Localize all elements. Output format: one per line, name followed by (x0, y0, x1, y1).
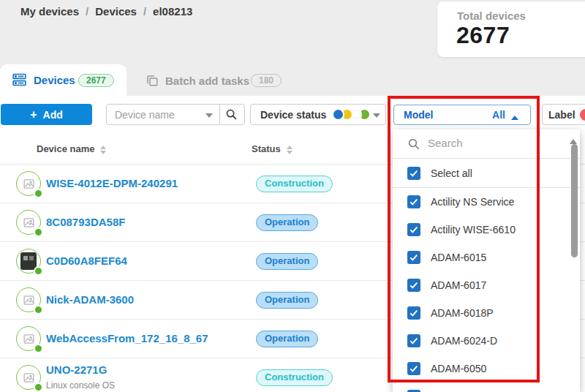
model-label: Model (404, 109, 433, 121)
breadcrumb-separator: / (137, 5, 153, 18)
online-dot (34, 344, 43, 353)
checkbox-checked[interactable] (407, 334, 420, 347)
checkbox-checked[interactable] (407, 195, 420, 208)
plus-icon: + (30, 108, 37, 121)
dropdown-option-label: ADAM-6050 (431, 363, 486, 374)
dropdown-option-label: ADAM-6015 (431, 252, 486, 263)
online-dot (34, 189, 43, 198)
search-icon[interactable] (225, 108, 238, 121)
breadcrumb: My devices/Devices/el08213 (20, 5, 192, 18)
image-placeholder-icon (22, 216, 36, 229)
dropdown-option[interactable]: Actility NS Service (393, 188, 580, 216)
scrollbar-thumb[interactable] (571, 144, 578, 257)
dropdown-option[interactable]: ADAM-6024-D (393, 327, 580, 355)
online-dot (34, 227, 43, 237)
total-devices-card: Total devices 2677 (437, 1, 585, 57)
breadcrumb-current: el08213 (153, 5, 192, 18)
tab-devices-label: Devices (34, 74, 75, 86)
status-badge: Operation (256, 292, 318, 309)
batch-count-badge: 180 (251, 74, 282, 87)
search-icon (407, 137, 420, 151)
status-dot-blue (332, 108, 344, 121)
dropdown-search-row: Search (393, 129, 580, 159)
dropdown-option-label: Actility NS Service (431, 196, 514, 208)
dropdown-option-label: ADAM-6017 (431, 279, 486, 291)
dropdown-option-label: Select all (431, 167, 472, 179)
dropdown-option-label: ADAM-6018P (431, 307, 494, 319)
checkbox-checked[interactable] (407, 362, 420, 375)
label-filter-label: Label (548, 109, 575, 121)
chevron-down-icon (373, 113, 380, 121)
online-dot (34, 382, 43, 392)
checkbox-checked[interactable] (407, 167, 420, 180)
column-header-status[interactable]: Status (252, 143, 281, 154)
dropdown-option-select-all[interactable]: Select all (393, 159, 580, 188)
device-name-link[interactable]: WISE-4012E-DPM-240291 (46, 177, 178, 189)
device-avatar (16, 365, 41, 390)
status-badge: Operation (256, 214, 318, 231)
dropdown-option[interactable]: ADAM-6015 (393, 244, 580, 271)
device-avatar (16, 210, 41, 235)
device-name-input[interactable]: Device name (115, 109, 175, 121)
status-dots (332, 108, 371, 121)
dropdown-option[interactable]: Actility WISE-6610 (393, 216, 580, 244)
dropdown-option-label: ADAM-6024-D (431, 335, 497, 347)
device-status-label: Device status (260, 109, 326, 121)
model-value: All (492, 109, 505, 121)
dropdown-option[interactable]: ADAM-6051 (393, 382, 580, 392)
breadcrumb-my-devices[interactable]: My devices (20, 5, 79, 18)
dropdown-option-label: Actility WISE-6610 (431, 224, 516, 235)
model-dropdown-panel: Search Select all Actility NS Service Ac… (393, 129, 580, 392)
image-placeholder-icon (22, 333, 36, 345)
device-avatar (16, 249, 41, 274)
image-placeholder-icon (22, 372, 36, 384)
devices-icon (12, 72, 27, 87)
online-dot (34, 305, 43, 314)
device-avatar (16, 326, 41, 351)
dropdown-option[interactable]: ADAM-6017 (393, 271, 580, 299)
image-placeholder-icon (22, 178, 36, 190)
label-filter[interactable]: Label (542, 104, 585, 125)
device-name-search: Device name (106, 104, 245, 125)
device-avatar (16, 171, 41, 196)
breadcrumb-devices[interactable]: Devices (95, 5, 137, 18)
column-header-device-name[interactable]: Device name (37, 143, 95, 154)
label-dot-red (580, 109, 585, 121)
total-devices-label: Total devices (457, 10, 526, 22)
breadcrumb-separator: / (79, 5, 95, 18)
device-avatar (16, 287, 41, 312)
sort-icon[interactable] (287, 143, 292, 157)
checkbox-checked[interactable] (407, 306, 420, 320)
dropdown-option[interactable]: ADAM-6050 (393, 355, 580, 382)
add-button[interactable]: +Add (1, 104, 92, 125)
model-filter[interactable]: Model All (393, 105, 531, 125)
online-dot (34, 266, 43, 276)
tab-batch-add-tasks[interactable]: Batch add tasks (165, 75, 249, 87)
devices-count-badge: 2677 (78, 74, 114, 87)
device-name-link[interactable]: Nick-ADAM-3600 (46, 293, 134, 306)
sort-icon[interactable] (100, 143, 106, 157)
checkbox-checked[interactable] (407, 251, 420, 264)
device-name-link[interactable]: WebAccessFrom_172_16_8_67 (46, 332, 208, 344)
status-badge: Construction (256, 176, 333, 192)
device-name-link[interactable]: 8C08793DA58F (46, 216, 125, 228)
status-badge: Operation (256, 253, 318, 270)
batch-tasks-icon (146, 74, 159, 87)
image-placeholder-icon (22, 294, 36, 306)
checkbox-checked[interactable] (407, 223, 420, 236)
add-button-label: Add (43, 109, 63, 121)
page-header: My devices/Devices/el08213 Total devices… (0, 0, 585, 96)
dropdown-search-input[interactable]: Search (428, 137, 463, 149)
divider (219, 105, 220, 124)
device-status-filter[interactable]: Device status (250, 104, 386, 125)
status-badge: Operation (256, 331, 318, 347)
dropdown-option[interactable]: ADAM-6018P (393, 299, 580, 327)
device-name-link[interactable]: UNO-2271G (46, 363, 107, 376)
status-badge: Construction (256, 369, 333, 386)
chevron-down-icon[interactable] (205, 113, 213, 121)
device-name-link[interactable]: C0D60A8FEF64 (46, 255, 127, 267)
scrollbar-up-arrow[interactable] (570, 135, 577, 144)
total-devices-value: 2677 (456, 22, 510, 49)
chevron-up-icon (511, 112, 518, 120)
checkbox-checked[interactable] (407, 279, 420, 292)
